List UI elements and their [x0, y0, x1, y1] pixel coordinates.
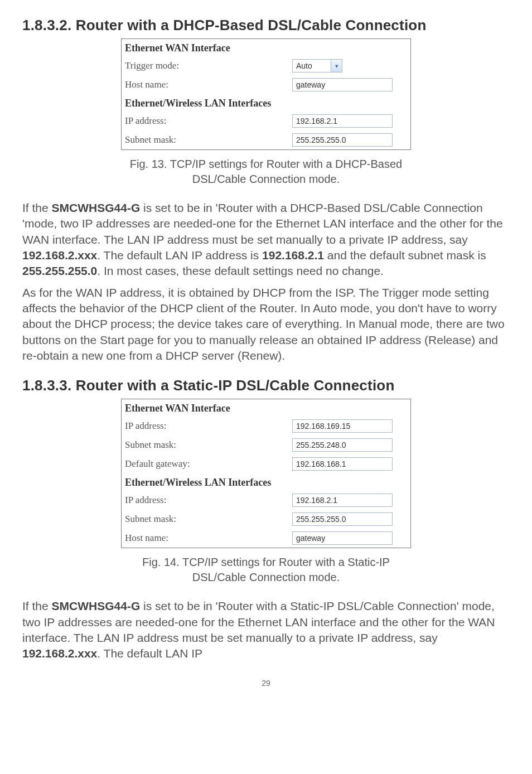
ip-address-input-1[interactable]: [292, 114, 393, 128]
text: . The default LAN IP: [97, 647, 202, 660]
product-name: SMCWHSG44-G: [52, 201, 141, 214]
settings-table-2: Ethernet WAN Interface IP address: Subne…: [121, 399, 411, 548]
host-name-input-2[interactable]: [292, 531, 393, 545]
host-name-label-2: Host name:: [125, 533, 292, 544]
default-gateway-input[interactable]: [292, 457, 393, 471]
table-row: Subnet mask:: [122, 510, 410, 529]
caption-line: Fig. 13. TCP/IP settings for Router with…: [130, 158, 402, 170]
section-heading-2: 1.8.3.3. Router with a Static-IP DSL/Cab…: [22, 377, 510, 394]
page-number: 29: [22, 679, 510, 688]
default-ip: 192.168.2.1: [262, 249, 324, 262]
table-row: IP address:: [122, 112, 410, 130]
subnet-mask-input-1[interactable]: [292, 133, 393, 147]
figure-caption-13: Fig. 13. TCP/IP settings for Router with…: [22, 157, 510, 187]
ip-address-label-lan: IP address:: [125, 495, 292, 506]
subnet-mask-label-wan: Subnet mask:: [125, 439, 292, 451]
table-row: Subnet mask:: [122, 130, 410, 149]
ip-address-label-wan: IP address:: [125, 420, 292, 432]
subnet-mask-label-1: Subnet mask:: [125, 134, 292, 146]
settings-section-lan-2: Ethernet/Wireless LAN Interfaces: [122, 473, 410, 491]
default-gateway-label: Default gateway:: [125, 458, 292, 470]
caption-line: DSL/Cable Connection mode.: [192, 173, 340, 185]
settings-section-wan-2: Ethernet WAN Interface: [122, 399, 410, 417]
subnet-mask-input-wan[interactable]: [292, 438, 393, 452]
ip-example: 192.168.2.xxx: [22, 647, 97, 660]
default-mask: 255.255.255.0: [22, 264, 97, 277]
body-paragraph: If the SMCWHSG44-G is set to be in 'Rout…: [22, 200, 510, 279]
text: and the default subnet mask is: [324, 249, 486, 262]
table-row: Trigger mode: Auto ▾: [122, 56, 410, 75]
trigger-mode-value: Auto: [293, 61, 331, 70]
product-name: SMCWHSG44-G: [52, 599, 141, 612]
chevron-down-icon: ▾: [331, 60, 342, 72]
ip-address-input-wan[interactable]: [292, 419, 393, 433]
ip-example: 192.168.2.xxx: [22, 249, 97, 262]
text: If the: [22, 599, 52, 612]
table-row: Host name:: [122, 75, 410, 94]
subnet-mask-input-lan[interactable]: [292, 512, 393, 526]
ip-address-label-1: IP address:: [125, 115, 292, 127]
trigger-mode-label: Trigger mode:: [125, 60, 292, 71]
text: . The default LAN IP address is: [97, 249, 262, 262]
text: . In most cases, these default settings …: [97, 264, 384, 277]
settings-section-lan-1: Ethernet/Wireless LAN Interfaces: [122, 94, 410, 112]
host-name-label-1: Host name:: [125, 79, 292, 90]
settings-section-wan-1: Ethernet WAN Interface: [122, 39, 410, 56]
section-heading-1: 1.8.3.2. Router with a DHCP-Based DSL/Ca…: [22, 17, 510, 34]
body-paragraph: If the SMCWHSG44-G is set to be in 'Rout…: [22, 598, 510, 661]
caption-line: Fig. 14. TCP/IP settings for Router with…: [142, 556, 390, 568]
trigger-mode-select[interactable]: Auto ▾: [292, 59, 342, 72]
table-row: Default gateway:: [122, 454, 410, 473]
table-row: IP address:: [122, 491, 410, 510]
table-row: IP address:: [122, 417, 410, 436]
table-row: Subnet mask:: [122, 436, 410, 454]
ip-address-input-lan[interactable]: [292, 494, 393, 507]
settings-table-1: Ethernet WAN Interface Trigger mode: Aut…: [121, 38, 411, 150]
subnet-mask-label-lan: Subnet mask:: [125, 514, 292, 525]
host-name-input-1[interactable]: [292, 78, 393, 91]
caption-line: DSL/Cable Connection mode.: [192, 571, 340, 583]
figure-caption-14: Fig. 14. TCP/IP settings for Router with…: [22, 555, 510, 585]
text: If the: [22, 201, 52, 214]
body-paragraph: As for the WAN IP address, it is obtaine…: [22, 285, 510, 364]
table-row: Host name:: [122, 529, 410, 548]
